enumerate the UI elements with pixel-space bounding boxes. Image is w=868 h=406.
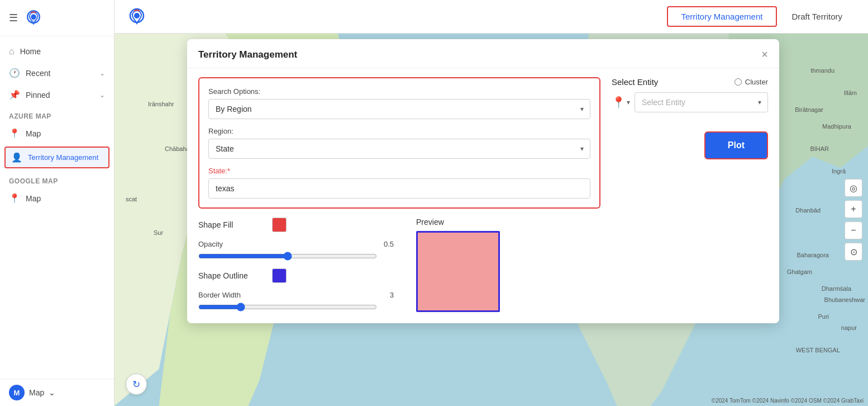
map-label-bhubaneshwar: Bhubaneshwar (824, 296, 865, 303)
map-controls: ◎ + − ⊙ (845, 179, 862, 261)
entity-select[interactable]: Select Entity (635, 92, 768, 112)
sidebar-item-label: Territory Management (28, 153, 98, 162)
search-options-select-wrapper: By Region ▾ (208, 99, 590, 119)
shape-options: Shape Fill Opacity 0.5 Shape Outline (198, 218, 394, 312)
map-pin-icon: 📍 (9, 193, 20, 204)
cluster-radio[interactable] (735, 78, 742, 86)
entity-row: 📍 ▾ Select Entity ▾ (612, 92, 768, 112)
recent-icon: 🕐 (9, 68, 20, 78)
sidebar-item-label: Recent (26, 69, 50, 78)
chevron-down-icon: ⌄ (99, 69, 105, 77)
entity-label: Select Entity (612, 77, 658, 87)
sidebar-item-pinned[interactable]: 📌 Pinned ⌄ (0, 84, 114, 106)
zoom-in-button[interactable]: + (845, 200, 862, 218)
pin-icon: 📌 (9, 89, 20, 100)
plot-button-container: Plot (612, 131, 768, 159)
map-label-birat: Birātnagar (795, 106, 823, 113)
map-label-iranshahr: Irānshahr (148, 101, 174, 107)
bottom-section: Shape Fill Opacity 0.5 Shape Outline (187, 209, 779, 312)
region-select-wrapper: State ▾ (208, 139, 590, 159)
territory-management-modal: Territory Management × Search Options: B… (187, 39, 779, 323)
shape-outline-label: Shape Outline (198, 271, 265, 280)
compass-button[interactable]: ◎ (845, 179, 862, 197)
sidebar-header: ☰ (0, 0, 114, 36)
map-label-dharmsala: Dharmśala (822, 285, 851, 292)
map-label-napur: napur (841, 324, 857, 331)
state-input[interactable] (208, 178, 590, 199)
map-label-bihar: BIHAR (810, 145, 829, 152)
cluster-option[interactable]: Cluster (735, 78, 768, 86)
shape-outline-row: Shape Outline (198, 268, 394, 283)
map-container: Irānshahr Chābahar scat Sur thmandu Illā… (115, 34, 868, 406)
top-navigation: Territory Management Draft Territory (115, 0, 868, 34)
border-width-row: Border Width 3 (198, 291, 394, 311)
opacity-slider[interactable] (198, 252, 377, 261)
hamburger-icon[interactable]: ☰ (9, 12, 18, 24)
map-label-dhanbad: Dhanbād (795, 207, 821, 214)
google-map-section-label: Google Map (0, 171, 114, 187)
border-width-header: Border Width 3 (198, 291, 394, 299)
shape-outline-color-picker[interactable] (272, 268, 287, 283)
opacity-row: Opacity 0.5 (198, 240, 394, 261)
modal-body: Search Options: By Region ▾ Region: Stat… (187, 68, 779, 209)
shape-fill-color-picker[interactable] (272, 218, 287, 232)
map-label-puri: Puri (818, 313, 829, 320)
sidebar-footer[interactable]: M Map ⌄ (0, 379, 114, 406)
footer-avatar: M (9, 385, 25, 400)
region-select[interactable]: State (208, 139, 590, 159)
plot-button[interactable]: Plot (704, 131, 768, 159)
chevron-down-icon: ▾ (627, 98, 630, 106)
location-pin-icon: 📍 (612, 96, 626, 109)
tab-territory-management[interactable]: Territory Management (667, 6, 778, 27)
sidebar-item-territory-management[interactable]: 👤 Territory Management (4, 147, 109, 168)
border-width-value: 3 (390, 291, 394, 299)
sidebar-item-azure-map[interactable]: 📍 Map (0, 122, 114, 144)
tab-draft-territory[interactable]: Draft Territory (777, 6, 857, 27)
map-label-kathmandu: thmandu (810, 67, 834, 74)
sidebar-item-home[interactable]: ⌂ Home (0, 41, 114, 62)
map-label-sur: Sur (154, 229, 163, 236)
chevron-up-icon: ⌄ (49, 388, 55, 397)
top-nav-tabs: Territory Management Draft Territory (667, 6, 857, 27)
modal-title: Territory Management (198, 49, 297, 60)
sidebar-footer-map[interactable]: M Map ⌄ (9, 385, 55, 400)
sidebar-item-google-map[interactable]: 📍 Map (0, 187, 114, 209)
home-icon: ⌂ (9, 46, 15, 56)
sidebar-item-label: Map (26, 194, 41, 203)
shape-fill-row: Shape Fill (198, 218, 394, 232)
sidebar-item-label: Pinned (26, 91, 50, 100)
rotate-button[interactable]: ⊙ (845, 243, 862, 261)
cluster-label: Cluster (745, 78, 768, 86)
map-pin-icon: 📍 (9, 128, 20, 139)
preview-label: Preview (416, 218, 500, 226)
refresh-button[interactable]: ↻ (126, 374, 147, 395)
sidebar: ☰ ⌂ Home 🕐 Recent ⌄ 📌 Pinned ⌄ Azure Ma (0, 0, 115, 406)
sidebar-item-label: Map (26, 129, 41, 138)
zoom-out-button[interactable]: − (845, 221, 862, 239)
footer-label: Map (29, 388, 44, 397)
top-logo-svg (126, 6, 148, 28)
map-label-westbengal: WEST BENGAL (796, 347, 840, 353)
search-panel: Search Options: By Region ▾ Region: Stat… (198, 77, 600, 209)
map-label-madhipura: Madhipura (822, 123, 851, 130)
logo-container (23, 8, 44, 28)
sidebar-item-label: Home (20, 47, 41, 56)
border-width-label: Border Width (198, 291, 241, 299)
territory-icon: 👤 (11, 152, 22, 163)
map-label-ingra: Ingrā (832, 168, 846, 174)
modal-header: Territory Management × (187, 39, 779, 68)
entity-section: Select Entity Cluster 📍 ▾ (612, 77, 768, 112)
opacity-label: Opacity (198, 240, 223, 248)
map-attribution: ©2024 TomTom ©2024 Navinfo ©2024 OSM ©20… (712, 398, 864, 404)
preview-section: Preview (416, 218, 500, 312)
entity-header: Select Entity Cluster (612, 77, 768, 87)
search-options-select[interactable]: By Region (208, 99, 590, 119)
search-options-label: Search Options: (208, 87, 590, 96)
map-label-ghatgam: Ghatgam (787, 268, 812, 275)
svg-point-3 (134, 13, 140, 18)
border-width-slider[interactable] (198, 303, 377, 311)
close-icon[interactable]: × (761, 48, 768, 61)
sidebar-item-recent[interactable]: 🕐 Recent ⌄ (0, 62, 114, 84)
top-logo (126, 6, 148, 28)
map-label-muscat: scat (126, 196, 137, 202)
